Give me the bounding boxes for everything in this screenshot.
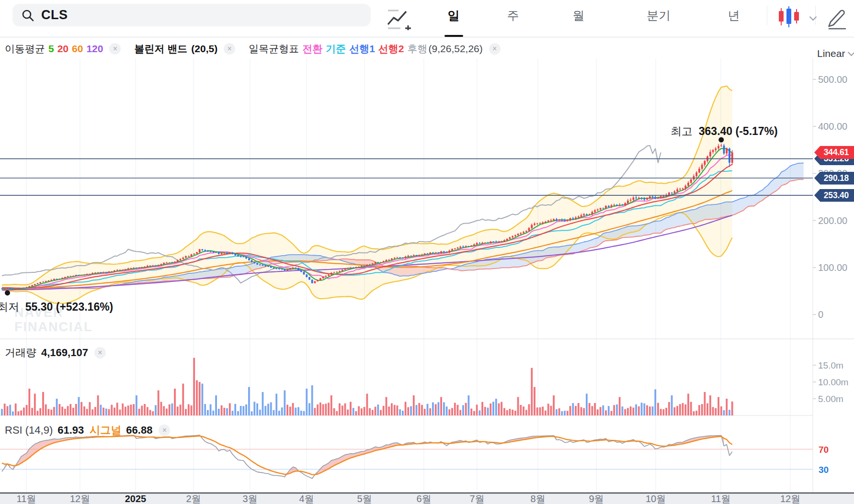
x-axis-month-label: 12월 [780, 493, 800, 504]
volume-header: 거래량 4,169,107 × [5, 346, 106, 360]
rsi-level-label: 70 [819, 445, 829, 455]
y-axis-tick: 100.00 [818, 262, 847, 273]
indicator-legend: 이동평균 5 20 60 120 × 볼린저 밴드 (20,5) × 일목균형표… [5, 41, 501, 57]
ma-period-60: 60 [72, 43, 83, 55]
remove-ma-button[interactable]: × [109, 43, 121, 55]
remove-rsi-button[interactable]: × [159, 425, 170, 436]
x-axis-month-label: 7월 [469, 493, 484, 504]
ichimoku-params: (9,26,52,26) [429, 43, 483, 55]
rsi-signal-value: 66.88 [126, 424, 152, 437]
rsi-header: RSI (14,9) 61.93 시그널 66.88 × [5, 423, 170, 437]
volume-axis: 15.0m10.00m5.00m [813, 360, 848, 404]
x-axis-month-label: 11월 [17, 493, 36, 504]
header-toolbar: CLS 일 주 월 분기 년 [0, 0, 854, 37]
volume-axis-tick: 15.0m [818, 360, 843, 370]
ma-period-20: 20 [57, 43, 68, 55]
tab-weekly[interactable]: 주 [507, 8, 519, 23]
remove-bollinger-button[interactable]: × [224, 43, 235, 55]
rsi-signal-label: 시그널 [90, 423, 121, 437]
rsi-value: 61.93 [57, 424, 84, 437]
volume-axis-tick: 5.00m [818, 394, 843, 404]
x-axis-month-label: 5월 [357, 493, 372, 504]
ichimoku-senkou1-label: 선행1 [349, 42, 375, 56]
y-axis-tick: 500.00 [818, 74, 847, 85]
y-axis-tick: 0 [818, 309, 823, 320]
scale-mode-dropdown[interactable]: Linear [817, 48, 854, 59]
bollinger-params: (20,5) [191, 43, 217, 55]
y-axis-tick: 400.00 [818, 121, 847, 132]
x-axis-month-label: 9월 [589, 493, 603, 504]
draw-pencil-icon[interactable] [825, 5, 849, 30]
price-line-tag-290[interactable]: 290.18 [814, 172, 854, 185]
x-axis-month-label: 10월 [646, 493, 666, 504]
x-axis-month-label: 6월 [416, 493, 431, 504]
x-axis-month-label: 3월 [242, 493, 257, 504]
compare-chart-add-icon[interactable] [386, 6, 414, 30]
rsi-level-label: 30 [819, 465, 829, 475]
remove-ichimoku-button[interactable]: × [489, 43, 501, 55]
tab-monthly[interactable]: 월 [573, 8, 585, 23]
search-input[interactable]: CLS [41, 8, 68, 22]
x-axis-month-label: 11월 [711, 493, 731, 504]
search-icon [21, 9, 34, 22]
x-axis-month-label: 2025 [125, 493, 147, 504]
current-price-tag: 344.61 [814, 146, 854, 159]
rsi-plot [2, 435, 732, 479]
x-axis-month-label: 8월 [530, 493, 545, 504]
low-annotation: 최저 55.30 (+523.16%) [0, 300, 113, 314]
tab-yearly[interactable]: 년 [728, 8, 740, 23]
rsi-levels: 7030 [0, 445, 829, 475]
ma-period-120: 120 [86, 43, 103, 55]
ichimoku-chikou-label: 후행 [408, 42, 428, 56]
x-axis-month-label: 4월 [299, 493, 314, 504]
volume-bars [1, 358, 733, 415]
y-axis-tick: 200.00 [818, 215, 847, 226]
ichimoku-kijun-label: 기준 [326, 42, 346, 56]
ichimoku-senkou2-label: 선행2 [378, 42, 404, 56]
volume-value: 4,169,107 [41, 347, 88, 359]
chart-app: NAVER FINANCIAL 7030500.00400.00300.0020… [0, 0, 854, 504]
x-axis[interactable]: 11월12월20252월3월4월5월6월7월8월9월10월11월12월 [0, 493, 854, 504]
ma-label: 이동평균 [5, 42, 45, 56]
toolbar-divider [767, 6, 767, 25]
candle-style-icon[interactable] [778, 6, 802, 27]
ichimoku-label: 일목균형표 [249, 42, 299, 56]
active-tab-underline [444, 35, 463, 37]
ma-period-5: 5 [48, 43, 54, 55]
chevron-down-icon [848, 49, 854, 56]
volume-axis-tick: 10.00m [818, 377, 848, 387]
price-line-tag-253[interactable]: 253.40 [814, 189, 854, 202]
ichimoku-tenkan-label: 전환 [302, 42, 322, 56]
tab-daily[interactable]: 일 [448, 8, 460, 23]
remove-volume-button[interactable]: × [94, 347, 106, 358]
x-axis-month-label: 12월 [70, 493, 90, 504]
bollinger-label: 볼린저 밴드 [134, 42, 187, 56]
high-annotation: 최고 363.40 (-5.17%) [671, 124, 778, 139]
x-axis-month-label: 2월 [186, 493, 201, 504]
symbol-search-box[interactable]: CLS [12, 4, 371, 26]
tab-quarterly[interactable]: 분기 [647, 8, 671, 23]
